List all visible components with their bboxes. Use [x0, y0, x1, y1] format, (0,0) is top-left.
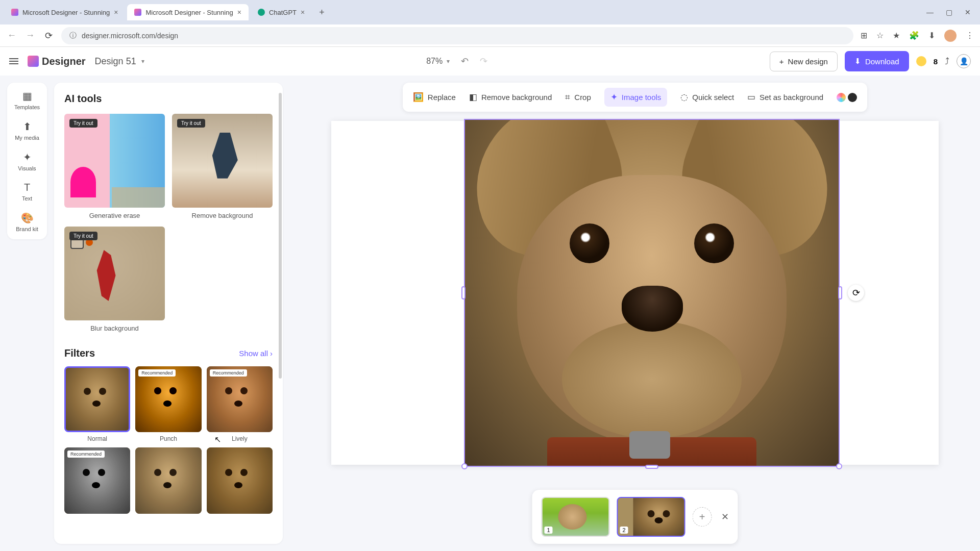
minimize-icon[interactable]: —	[926, 8, 934, 16]
resize-handle-bottom[interactable]	[645, 465, 658, 469]
profile-avatar[interactable]	[944, 30, 957, 42]
filter-label: Lively	[232, 435, 248, 442]
filter-thumbnail: Recommended	[64, 447, 130, 513]
reload-icon[interactable]: ⟳	[43, 30, 54, 41]
ctx-remove-bg[interactable]: ◧ Remove background	[469, 92, 552, 103]
page-number: 2	[620, 527, 628, 534]
user-account-icon[interactable]: 👤	[957, 54, 971, 68]
ctx-crop[interactable]: ⌗ Crop	[565, 92, 591, 103]
selected-image[interactable]: ⟳	[464, 119, 840, 467]
maximize-icon[interactable]: ▢	[946, 8, 952, 16]
zoom-control[interactable]: 87% ▾	[426, 57, 450, 66]
ctx-image-tools[interactable]: ✦ Image tools	[604, 88, 668, 107]
page-number: 1	[545, 527, 553, 534]
ctx-label: Replace	[428, 93, 456, 102]
forward-icon[interactable]: →	[24, 30, 36, 41]
filter-lively[interactable]: Recommended Lively	[207, 366, 273, 442]
close-icon[interactable]: ×	[237, 8, 241, 16]
ctx-replace[interactable]: 🖼️ Replace	[413, 92, 456, 103]
tool-generative-erase[interactable]: Try it out Generative erase	[64, 114, 165, 219]
page-thumb-2[interactable]: 2	[617, 497, 685, 537]
extensions-icon[interactable]: 🧩	[909, 31, 919, 40]
design-canvas[interactable]: ⟳	[331, 121, 939, 465]
browser-tab-active[interactable]: Microsoft Designer - Stunning ×	[127, 4, 248, 20]
tool-remove-background[interactable]: Try it out Remove background	[172, 114, 273, 219]
show-all-filters[interactable]: Show all ›	[239, 349, 273, 358]
filter-item[interactable]	[135, 447, 201, 513]
designer-logo[interactable]: Designer	[28, 56, 86, 67]
filter-thumbnail	[207, 447, 273, 513]
browser-tab[interactable]: ChatGPT ×	[251, 4, 312, 20]
share-icon[interactable]: ⤴	[945, 56, 949, 67]
back-icon[interactable]: ←	[6, 30, 17, 41]
resize-handle-br[interactable]	[836, 463, 842, 469]
tool-thumbnail: Try it out	[64, 114, 165, 208]
color-picker[interactable]	[837, 93, 857, 102]
filter-punch[interactable]: Recommended Punch	[135, 366, 201, 442]
address-bar: ← → ⟳ ⓘ designer.microsoft.com/design ⊞ …	[0, 24, 980, 47]
tool-label: Generative erase	[64, 212, 165, 219]
rail-templates[interactable]: ▦ Templates	[10, 90, 44, 110]
workspace: ▦ Templates ⬆ My media ✦ Visuals T Text …	[0, 76, 980, 551]
sparkle-icon: ✦	[610, 92, 618, 103]
download-button[interactable]: ⬇ Download	[845, 51, 909, 71]
tool-label: Blur background	[64, 324, 165, 332]
credits-count[interactable]: 8	[934, 57, 938, 66]
try-badge: Try it out	[69, 119, 97, 128]
brand-name: Designer	[42, 56, 86, 67]
filter-item[interactable]	[207, 447, 273, 513]
gradient-swatch-icon	[837, 93, 846, 102]
downloads-icon[interactable]: ⬇	[928, 31, 935, 40]
bookmark-outline-icon[interactable]: ☆	[876, 31, 884, 40]
new-tab-button[interactable]: +	[314, 7, 330, 18]
scrollbar[interactable]	[279, 93, 282, 379]
close-icon[interactable]: ✕	[721, 511, 729, 522]
ctx-set-background[interactable]: ▭ Set as background	[747, 92, 823, 103]
url-field[interactable]: ⓘ designer.microsoft.com/design	[61, 27, 853, 44]
install-app-icon[interactable]: ⊞	[861, 31, 867, 40]
menu-icon[interactable]: ⋮	[966, 31, 974, 40]
resize-handle-left[interactable]	[461, 286, 465, 299]
new-design-button[interactable]: + New design	[770, 52, 838, 71]
bookmark-icon[interactable]: ★	[893, 31, 900, 40]
tool-blur-background[interactable]: Try it out Blur background	[64, 227, 165, 332]
templates-icon: ▦	[22, 90, 32, 102]
ctx-label: Set as background	[760, 93, 823, 102]
rail-visuals[interactable]: ✦ Visuals	[10, 151, 44, 171]
hamburger-icon[interactable]	[9, 58, 18, 64]
close-window-icon[interactable]: ✕	[965, 8, 971, 16]
browser-tab[interactable]: Microsoft Designer - Stunning ×	[4, 4, 125, 20]
rail-brand-kit[interactable]: 🎨 Brand kit	[10, 212, 44, 232]
site-info-icon[interactable]: ⓘ	[69, 31, 77, 40]
rail-label: Templates	[14, 104, 40, 110]
page-thumb-1[interactable]: 1	[542, 497, 610, 537]
close-icon[interactable]: ×	[114, 8, 118, 16]
add-page-button[interactable]: +	[693, 507, 712, 527]
app-header: Designer Design 51 ▾ 87% ▾ ↶ ↷ + New des…	[0, 47, 980, 76]
redo-icon[interactable]: ↷	[480, 56, 487, 67]
design-name-dropdown[interactable]: Design 51 ▾	[95, 56, 144, 67]
resize-handle-bl[interactable]	[461, 463, 468, 469]
window-controls: — ▢ ✕	[926, 8, 976, 16]
ctx-label: Crop	[574, 93, 591, 102]
rail-my-media[interactable]: ⬆ My media	[10, 120, 44, 141]
ctx-label: Remove background	[481, 93, 552, 102]
filter-normal[interactable]: Normal	[64, 366, 130, 442]
resize-handle-right[interactable]	[838, 286, 842, 299]
page-thumbnails-bar: 1 2 + ✕	[532, 490, 738, 544]
tool-thumbnail: Try it out	[64, 227, 165, 320]
close-icon[interactable]: ×	[301, 8, 305, 16]
zoom-value: 87%	[426, 57, 443, 66]
filter-item[interactable]: Recommended	[64, 447, 130, 513]
logo-mark-icon	[28, 56, 39, 67]
rotate-handle[interactable]: ⟳	[848, 285, 864, 301]
filter-label: Punch	[160, 435, 177, 442]
ctx-quick-select[interactable]: ◌ Quick select	[680, 92, 734, 103]
filters-heading: Filters	[64, 347, 95, 359]
credits-coin-icon	[916, 56, 926, 66]
browser-tab-strip: Microsoft Designer - Stunning × Microsof…	[0, 0, 980, 24]
rail-text[interactable]: T Text	[10, 182, 44, 202]
tool-thumbnail: Try it out	[172, 114, 273, 208]
recommended-badge: Recommended	[210, 369, 247, 377]
undo-icon[interactable]: ↶	[461, 56, 469, 67]
